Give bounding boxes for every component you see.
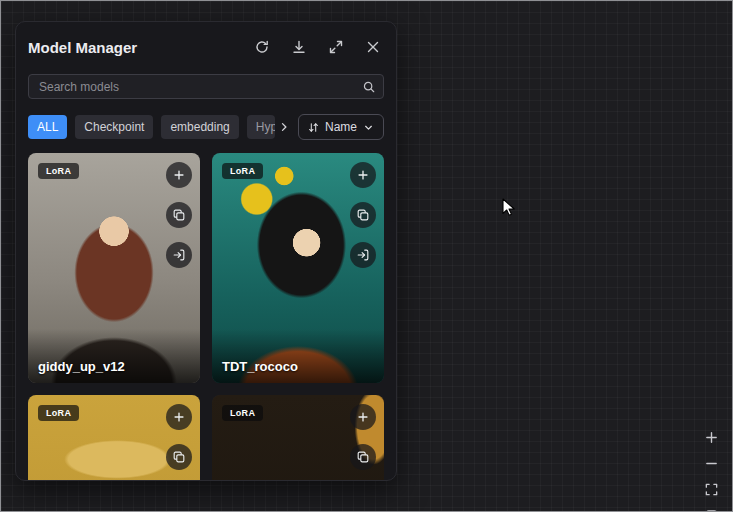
plus-icon	[172, 168, 186, 182]
add-model-button[interactable]	[350, 162, 376, 188]
copy-model-button[interactable]	[166, 444, 192, 470]
model-card[interactable]: LoRA giddy_up_v12	[28, 153, 200, 383]
mouse-cursor	[502, 198, 516, 217]
filter-tab-embedding[interactable]: embedding	[161, 115, 238, 139]
sort-icon	[307, 121, 320, 134]
panel-header: Model Manager	[28, 34, 384, 60]
zoom-out-button[interactable]	[703, 455, 719, 471]
copy-model-button[interactable]	[166, 202, 192, 228]
card-actions	[350, 162, 376, 268]
model-card[interactable]: LoRA TDT_rococo	[212, 153, 384, 383]
model-manager-panel: Model Manager	[15, 21, 397, 481]
model-card-grid: LoRA giddy_up_v12 LoRA	[28, 153, 384, 481]
thumbnail-fade	[212, 329, 384, 383]
sort-dropdown[interactable]: Name	[298, 114, 384, 140]
expand-icon	[328, 39, 344, 55]
card-actions	[350, 404, 376, 481]
model-name: TDT_rococo	[222, 359, 298, 374]
model-type-badge: LoRA	[38, 405, 79, 421]
close-button[interactable]	[364, 38, 382, 56]
plus-icon	[356, 168, 370, 182]
copy-icon	[172, 208, 186, 222]
copy-model-button[interactable]	[350, 444, 376, 470]
model-card[interactable]: LoRA	[28, 395, 200, 481]
search-input[interactable]	[28, 74, 384, 99]
import-icon	[356, 248, 370, 262]
chevron-right-icon[interactable]	[278, 121, 290, 133]
model-type-badge: LoRA	[222, 163, 263, 179]
import-model-button[interactable]	[350, 242, 376, 268]
search-icon	[362, 80, 376, 94]
fit-view-button[interactable]	[703, 481, 719, 497]
model-name: giddy_up_v12	[38, 359, 125, 374]
download-icon	[291, 39, 307, 55]
partial-icon	[704, 508, 719, 512]
copy-icon	[356, 208, 370, 222]
close-icon	[365, 39, 381, 55]
extra-canvas-control-button[interactable]	[703, 507, 719, 512]
add-model-button[interactable]	[166, 162, 192, 188]
expand-button[interactable]	[327, 38, 345, 56]
add-model-button[interactable]	[350, 404, 376, 430]
sort-label: Name	[325, 120, 357, 134]
search-bar	[28, 74, 384, 99]
node-canvas[interactable]: Model Manager	[0, 0, 733, 512]
model-type-badge: LoRA	[222, 405, 263, 421]
zoom-in-icon	[704, 430, 719, 445]
add-model-button[interactable]	[166, 404, 192, 430]
card-actions	[166, 162, 192, 268]
refresh-button[interactable]	[253, 38, 271, 56]
plus-icon	[172, 410, 186, 424]
refresh-icon	[254, 39, 270, 55]
filter-tab-hypernetwork[interactable]: Hype	[247, 115, 275, 139]
card-actions	[166, 404, 192, 481]
filter-row: ALL Checkpoint embedding Hype Name	[28, 114, 384, 140]
zoom-out-icon	[704, 456, 719, 471]
chevron-down-icon	[362, 121, 375, 134]
download-button[interactable]	[290, 38, 308, 56]
fit-view-icon	[704, 482, 719, 497]
filter-tab-all[interactable]: ALL	[28, 115, 67, 139]
zoom-in-button[interactable]	[703, 429, 719, 445]
panel-title: Model Manager	[28, 39, 137, 56]
copy-icon	[172, 450, 186, 464]
canvas-controls	[703, 429, 719, 512]
filter-tab-checkpoint[interactable]: Checkpoint	[75, 115, 153, 139]
copy-icon	[356, 450, 370, 464]
header-actions	[253, 38, 384, 56]
model-type-badge: LoRA	[38, 163, 79, 179]
thumbnail-fade	[28, 329, 200, 383]
import-icon	[172, 248, 186, 262]
plus-icon	[356, 410, 370, 424]
import-model-button[interactable]	[166, 242, 192, 268]
copy-model-button[interactable]	[350, 202, 376, 228]
model-card[interactable]: LoRA	[212, 395, 384, 481]
